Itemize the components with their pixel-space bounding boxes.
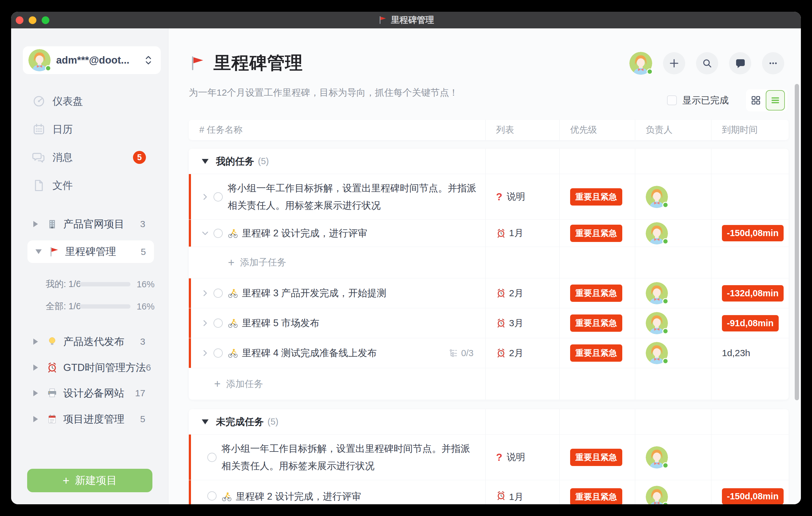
chat-bubble-icon	[734, 58, 746, 69]
page-title: 里程碑管理	[213, 51, 303, 75]
plus-icon: +	[228, 257, 234, 268]
sidebar-item-files[interactable]: 文件	[11, 173, 168, 198]
sidebar-item-messages[interactable]: 消息 5	[11, 145, 168, 170]
task-title[interactable]: 里程碑 3 产品开发完成，开始提测	[242, 285, 386, 302]
table-row[interactable]: 里程碑 4 测试完成准备线上发布 0/3 2月 重要且紧急 1d,23h	[189, 338, 788, 368]
more-button[interactable]	[762, 52, 784, 75]
chevron-right-icon[interactable]	[201, 193, 209, 201]
group-header[interactable]: 未完成任务 (5)	[189, 409, 788, 434]
assignee-avatar[interactable]	[646, 342, 668, 364]
sidebar-project-design-sites[interactable]: 设计必备网站 17	[23, 380, 156, 406]
task-title[interactable]: 里程碑 4 测试完成准备线上发布	[242, 344, 377, 362]
alarm-icon	[496, 348, 506, 358]
group-collapse-icon[interactable]	[202, 159, 208, 164]
chevron-right-icon[interactable]	[201, 319, 209, 327]
table-row[interactable]: 里程碑 2 设计完成，进行评审 1月 重要且紧急 -150d,08min	[189, 480, 788, 504]
user-avatar	[28, 49, 51, 71]
collapse-triangle-icon[interactable]	[33, 365, 38, 371]
task-title[interactable]: 里程碑 2 设计完成，进行评审	[242, 225, 367, 242]
expand-triangle-icon[interactable]	[35, 249, 42, 254]
chevron-down-icon[interactable]	[201, 229, 209, 237]
table-row[interactable]: 里程碑 3 产品开发完成，开始提测 2月 重要且紧急 -132d,08min	[189, 278, 788, 308]
column-header-assignee[interactable]: 负责人	[635, 120, 711, 140]
table-row[interactable]: 里程碑 5 市场发布 3月 重要且紧急 -91d,08min	[189, 308, 788, 338]
sidebar-project-schedule[interactable]: 项目进度管理 5	[23, 406, 156, 432]
gauge-icon	[32, 94, 46, 108]
priority-badge: 重要且紧急	[570, 449, 622, 466]
group-collapse-icon[interactable]	[202, 420, 208, 424]
complete-circle[interactable]	[213, 229, 223, 238]
building-icon	[47, 219, 58, 230]
complete-circle[interactable]	[213, 348, 223, 358]
chevron-right-icon[interactable]	[201, 349, 209, 357]
task-title[interactable]: 将小组一年工作目标拆解，设置出里程碑时间节点。并指派相关责任人。用标签来展示进行…	[228, 180, 481, 214]
list-view-button-active[interactable]	[766, 90, 785, 111]
priority-badge: 重要且紧急	[570, 188, 622, 205]
column-header-priority[interactable]: 优先级	[559, 120, 635, 140]
chevron-right-icon[interactable]	[201, 289, 209, 297]
list-icon	[770, 95, 781, 106]
add-task-row[interactable]: +添加任务	[189, 368, 788, 400]
collapse-triangle-icon[interactable]	[33, 221, 38, 227]
complete-circle[interactable]	[207, 453, 216, 462]
unread-badge: 5	[133, 151, 146, 164]
sidebar-project-gtd[interactable]: GTD时间管理方法 6	[23, 354, 156, 380]
column-header-due[interactable]: 到期时间	[711, 120, 788, 140]
add-button[interactable]	[663, 52, 685, 75]
priority-badge: 重要且紧急	[570, 344, 622, 362]
chat-icon	[32, 151, 46, 164]
plus-icon: +	[214, 378, 221, 390]
cyclist-icon	[228, 318, 238, 328]
close-button[interactable]	[16, 16, 24, 24]
complete-circle[interactable]	[213, 318, 223, 328]
progress-bar	[80, 282, 130, 286]
assignee-avatar[interactable]	[646, 446, 668, 468]
table-row[interactable]: 将小组一年工作目标拆解，设置出里程碑时间节点。并指派相关责任人。用标签来展示进行…	[189, 434, 788, 480]
assignee-avatar[interactable]	[646, 282, 668, 304]
group-header[interactable]: 我的任务 (5)	[189, 149, 788, 174]
search-button[interactable]	[696, 52, 718, 75]
table-row[interactable]: 里程碑 2 设计完成，进行评审 1月 重要且紧急 -150d,08min	[189, 220, 788, 247]
sidebar-item-dashboard[interactable]: 仪表盘	[11, 89, 168, 114]
alarm-icon	[496, 318, 506, 328]
subtask-counter: 0/3	[449, 348, 473, 358]
show-completed-checkbox[interactable]	[667, 95, 677, 105]
zoom-button[interactable]	[42, 16, 49, 24]
add-subtask-row[interactable]: +添加子任务	[189, 247, 788, 278]
priority-badge: 重要且紧急	[570, 314, 622, 332]
task-title[interactable]: 里程碑 2 设计完成，进行评审	[236, 491, 361, 502]
collapse-triangle-icon[interactable]	[33, 416, 38, 422]
complete-circle[interactable]	[213, 192, 223, 202]
calendar-page-icon	[47, 413, 58, 425]
priority-badge: 重要且紧急	[570, 225, 622, 242]
assignee-avatar[interactable]	[646, 486, 668, 504]
complete-circle[interactable]	[213, 289, 223, 298]
progress-all: 全部: 1/6 16%	[46, 301, 154, 312]
view-toggle	[746, 89, 787, 111]
minimize-button[interactable]	[29, 16, 36, 24]
complete-circle[interactable]	[207, 491, 216, 500]
sidebar-project-milestone-selected[interactable]: 里程碑管理 5	[27, 240, 154, 263]
column-header-name[interactable]: # 任务名称	[189, 120, 485, 140]
table-row[interactable]: 将小组一年工作目标拆解，设置出里程碑时间节点。并指派相关责任人。用标签来展示进行…	[189, 174, 788, 220]
assignee-avatar[interactable]	[646, 222, 668, 245]
user-account-button[interactable]: adm***@doot...	[23, 46, 161, 74]
scrollbar[interactable]	[795, 84, 799, 400]
assignee-avatar[interactable]	[646, 312, 668, 334]
collapse-triangle-icon[interactable]	[33, 339, 38, 345]
header-avatar[interactable]	[629, 52, 652, 75]
chat-button[interactable]	[729, 52, 751, 75]
sidebar-item-calendar[interactable]: 日历	[11, 117, 168, 142]
due-badge: -91d,08min	[722, 315, 779, 332]
sidebar-project-iteration[interactable]: 产品迭代发布 3	[23, 329, 156, 354]
task-title[interactable]: 里程碑 5 市场发布	[242, 314, 319, 332]
task-title[interactable]: 将小组一年工作目标拆解，设置出里程碑时间节点。并指派相关责任人。用标签来展示进行…	[222, 440, 474, 475]
sidebar-project-website[interactable]: 产品官网项目 3	[23, 211, 156, 237]
assignee-avatar[interactable]	[646, 186, 668, 208]
collapse-triangle-icon[interactable]	[33, 390, 38, 396]
question-icon: ?	[496, 452, 502, 463]
page-head: 里程碑管理	[189, 51, 303, 75]
new-project-button[interactable]: + 新建项目	[27, 469, 152, 492]
column-header-list[interactable]: 列表	[485, 120, 559, 140]
grid-view-button[interactable]	[746, 89, 766, 111]
